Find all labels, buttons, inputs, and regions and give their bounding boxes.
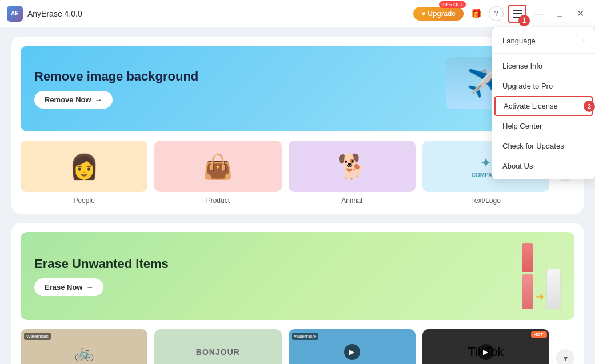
erase-banner-image: ➔ xyxy=(522,243,561,309)
maximize-button[interactable]: □ xyxy=(552,6,568,22)
dropdown-activate-license[interactable]: Activate License 2 xyxy=(494,96,593,116)
hot-badge: HOT! xyxy=(531,331,547,338)
erase-title: Erase Unwanted Items xyxy=(34,257,169,271)
menu-button[interactable]: 1 xyxy=(508,5,526,23)
dropdown-upgrade-pro[interactable]: Upgrade to Pro xyxy=(492,76,595,96)
video-thumbnail: ▶ Watermark xyxy=(289,329,416,364)
minimize-button[interactable]: — xyxy=(531,6,547,22)
dropdown-menu: Language › License Info Upgrade to Pro A… xyxy=(492,27,595,179)
category-animal[interactable]: 🐕 Animal xyxy=(289,141,416,205)
erase-banner-text: Erase Unwanted Items Erase Now → xyxy=(34,257,169,296)
erase-item-tiktok[interactable]: TikTok ▶ HOT! TikTok Logo xyxy=(422,329,549,364)
bottles-group xyxy=(522,243,533,309)
app-title: AnyErase 4.0.0 xyxy=(27,9,413,18)
chevron-right-icon: › xyxy=(583,38,585,44)
erase-now-button[interactable]: Erase Now → xyxy=(34,278,103,296)
erase-item-watermark[interactable]: 🚲 Watermark Watermark xyxy=(21,329,147,364)
menu-divider-1 xyxy=(492,53,595,54)
category-people-label: People xyxy=(73,197,94,205)
remove-banner: Remove image background Remove Now → ✈️ … xyxy=(21,46,574,131)
discount-badge: 90% OFF xyxy=(439,1,466,8)
watermark-label-overlay: Watermark xyxy=(24,333,51,340)
remove-now-button[interactable]: Remove Now → xyxy=(34,91,113,109)
expand-erase-button[interactable]: ▾ xyxy=(556,349,574,364)
dropdown-about-us[interactable]: About Us xyxy=(492,156,595,176)
category-people[interactable]: 👩 People xyxy=(21,141,147,205)
watermark-thumbnail: 🚲 Watermark xyxy=(21,329,147,364)
animal-thumbnail: 🐕 xyxy=(289,141,416,192)
people-thumbnail: 👩 xyxy=(21,141,147,192)
remove-banner-text: Remove image background Remove Now → xyxy=(34,69,198,109)
erase-arrow-icon: ➔ xyxy=(536,290,544,303)
menu-badge: 1 xyxy=(518,15,530,26)
erase-banner: Erase Unwanted Items Erase Now → ➔ xyxy=(21,232,574,320)
erase-section: Erase Unwanted Items Erase Now → ➔ 🚲 xyxy=(11,223,584,364)
category-animal-label: Animal xyxy=(341,197,362,205)
titlebar: AE AnyErase 4.0.0 ♥ Upgrade 90% OFF 🎁 ? … xyxy=(0,0,595,27)
text-thumbnail: BONJOUR xyxy=(154,329,281,364)
close-button[interactable]: ✕ xyxy=(572,6,588,22)
dropdown-help-center[interactable]: Help Center xyxy=(492,116,595,136)
remove-title: Remove image background xyxy=(34,69,198,84)
dropdown-language[interactable]: Language › xyxy=(492,31,595,51)
erase-item-video[interactable]: ▶ Watermark Video Watermark xyxy=(289,329,416,364)
erase-items-grid: 🚲 Watermark Watermark BONJOUR Text ▶ Wat… xyxy=(21,329,574,364)
help-icon[interactable]: ? xyxy=(489,6,504,21)
app-logo: AE xyxy=(7,6,23,22)
category-product-label: Product xyxy=(206,197,230,205)
gift-icon[interactable]: 🎁 xyxy=(468,6,484,22)
category-grid: 👩 People 👜 Product 🐕 Animal ✦ COMPANY xyxy=(21,141,574,205)
upgrade-button[interactable]: ♥ Upgrade 90% OFF xyxy=(413,7,464,21)
dropdown-license-info[interactable]: License Info xyxy=(492,56,595,76)
category-product[interactable]: 👜 Product xyxy=(154,141,281,205)
titlebar-controls: ♥ Upgrade 90% OFF 🎁 ? 1 — □ ✕ xyxy=(413,5,588,23)
play-icon: ▶ xyxy=(344,344,360,360)
activate-badge: 2 xyxy=(584,101,595,112)
video-watermark-overlay: Watermark xyxy=(292,333,319,340)
product-thumbnail: 👜 xyxy=(154,141,281,192)
category-text-logo-label: Text/Logo xyxy=(471,197,501,205)
tiktok-play-icon: ▶ xyxy=(478,344,494,360)
tiktok-thumbnail: TikTok ▶ HOT! xyxy=(422,329,549,364)
erase-item-text[interactable]: BONJOUR Text xyxy=(154,329,281,364)
dropdown-check-updates[interactable]: Check for Updates xyxy=(492,136,595,156)
bottle-white xyxy=(546,269,561,309)
